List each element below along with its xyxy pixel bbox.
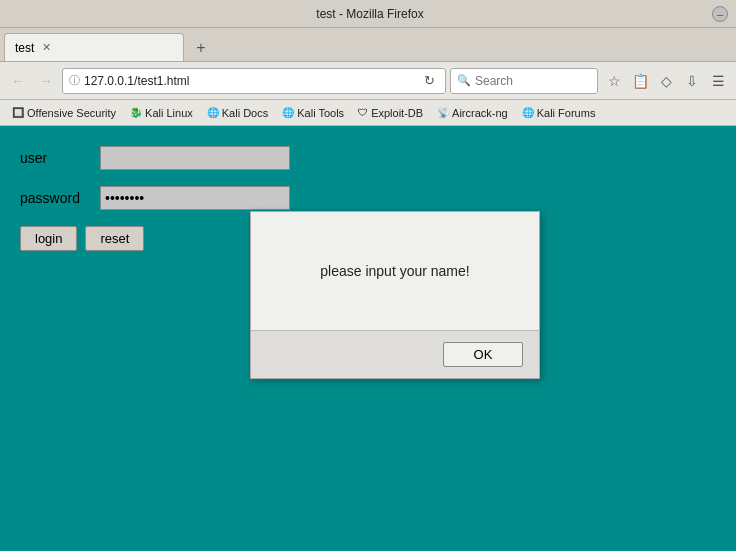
forward-button[interactable]: →: [34, 69, 58, 93]
bookmark-icon-3: 🌐: [207, 107, 219, 118]
address-bar-wrapper: ⓘ ↻: [62, 68, 446, 94]
close-button[interactable]: –: [712, 6, 728, 22]
dialog-footer: OK: [251, 330, 539, 378]
bookmark-icon-5: 🛡: [358, 107, 368, 118]
bookmark-label-1: Offensive Security: [27, 107, 116, 119]
bookmark-label-4: Kali Tools: [297, 107, 344, 119]
bookmark-icon-2: 🐉: [130, 107, 142, 118]
bookmark-label-7: Kali Forums: [537, 107, 596, 119]
browser-content: user password login reset please input y…: [0, 126, 736, 551]
dialog-ok-button[interactable]: OK: [443, 342, 523, 367]
bookmark-icon-1: 🔲: [12, 107, 24, 118]
tab-close-button[interactable]: ✕: [42, 41, 51, 54]
info-icon: ⓘ: [69, 73, 80, 88]
bookmark-label-6: Aircrack-ng: [452, 107, 508, 119]
back-button[interactable]: ←: [6, 69, 30, 93]
address-bar[interactable]: [84, 74, 415, 88]
search-bar-wrapper: 🔍: [450, 68, 598, 94]
new-tab-button[interactable]: +: [188, 35, 214, 61]
title-bar: test - Mozilla Firefox –: [0, 0, 736, 28]
bookmark-kali-docs[interactable]: 🌐 Kali Docs: [201, 105, 274, 121]
dialog-message: please input your name!: [320, 263, 469, 279]
pocket-button[interactable]: ◇: [654, 69, 678, 93]
bookmark-icon-6: 📡: [437, 107, 449, 118]
bookmark-label-3: Kali Docs: [222, 107, 268, 119]
window-title: test - Mozilla Firefox: [28, 7, 712, 21]
nav-icons: ☆ 📋 ◇ ⇩ ☰: [602, 69, 730, 93]
bookmark-icon-7: 🌐: [522, 107, 534, 118]
menu-button[interactable]: ☰: [706, 69, 730, 93]
bookmark-kali-forums[interactable]: 🌐 Kali Forums: [516, 105, 602, 121]
bookmarks-bar: 🔲 Offensive Security 🐉 Kali Linux 🌐 Kali…: [0, 100, 736, 126]
dialog-body: please input your name!: [251, 212, 539, 330]
search-input[interactable]: [475, 74, 591, 88]
bookmark-aircrack-ng[interactable]: 📡 Aircrack-ng: [431, 105, 514, 121]
alert-dialog: please input your name! OK: [250, 211, 540, 379]
browser-tab[interactable]: test ✕: [4, 33, 184, 61]
bookmark-exploit-db[interactable]: 🛡 Exploit-DB: [352, 105, 429, 121]
screenshot-button[interactable]: 📋: [628, 69, 652, 93]
bookmark-label-5: Exploit-DB: [371, 107, 423, 119]
bookmark-label-2: Kali Linux: [145, 107, 193, 119]
tab-label: test: [15, 41, 34, 55]
bookmark-offensive-security[interactable]: 🔲 Offensive Security: [6, 105, 122, 121]
nav-bar: ← → ⓘ ↻ 🔍 ☆ 📋 ◇ ⇩ ☰: [0, 62, 736, 100]
tab-bar: test ✕ +: [0, 28, 736, 62]
search-icon: 🔍: [457, 74, 471, 87]
bookmark-icon-4: 🌐: [282, 107, 294, 118]
refresh-button[interactable]: ↻: [419, 71, 439, 91]
bookmark-kali-linux[interactable]: 🐉 Kali Linux: [124, 105, 199, 121]
bookmark-kali-tools[interactable]: 🌐 Kali Tools: [276, 105, 350, 121]
download-button[interactable]: ⇩: [680, 69, 704, 93]
bookmark-star-button[interactable]: ☆: [602, 69, 626, 93]
dialog-overlay: please input your name! OK: [0, 126, 736, 551]
